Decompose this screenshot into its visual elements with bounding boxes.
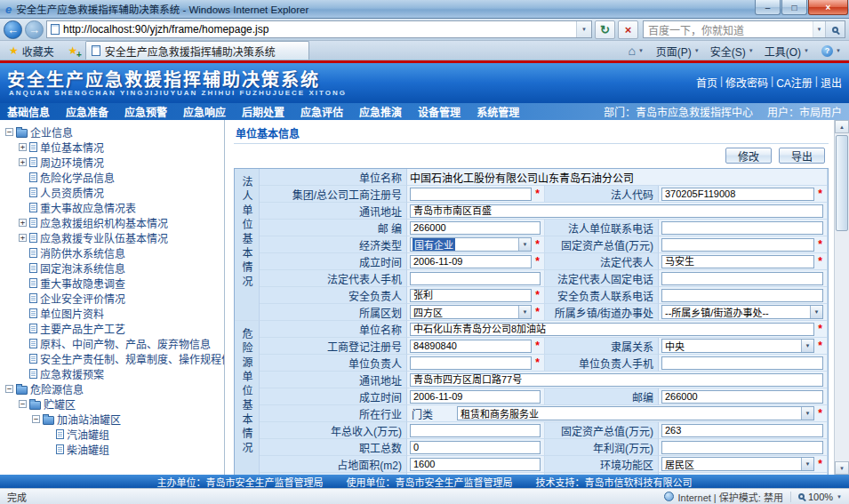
form-input[interactable] — [410, 272, 541, 285]
address-dropdown-button[interactable]: ▼ — [576, 21, 591, 37]
form-input[interactable]: 1600 — [410, 458, 541, 471]
browser-tab[interactable]: 安全生产应急救援指挥辅助决策系统 — [85, 41, 309, 60]
search-dropdown-button[interactable]: ▼ — [813, 21, 825, 37]
vertical-scrollbar[interactable]: ▲ ▼ — [834, 120, 849, 475]
form-input[interactable] — [661, 289, 823, 302]
refresh-button[interactable]: ↻ — [595, 20, 615, 39]
export-button[interactable]: 导出 — [779, 148, 825, 164]
tree-expander[interactable]: + — [19, 234, 27, 242]
form-input[interactable]: 0 — [410, 441, 541, 454]
tree-item[interactable]: 人员资质情况 — [2, 185, 224, 200]
tree-item[interactable]: 柴油罐组 — [2, 442, 224, 457]
form-input[interactable]: 2006-11-09 — [410, 255, 532, 268]
header-link[interactable]: 修改密码 — [725, 75, 768, 90]
search-input[interactable]: 百度一下，你就知道 — [644, 22, 813, 37]
tree-item[interactable]: −贮罐区 — [2, 396, 224, 412]
tree-item[interactable]: 企业安全评价情况 — [2, 291, 224, 306]
tree-item[interactable]: 汽油罐组 — [2, 427, 224, 442]
tree-item[interactable]: 固定泡沫系统信息 — [2, 260, 224, 276]
tree-item[interactable]: 重大事故应急情况表 — [2, 200, 224, 215]
tree-item[interactable]: 消防供水系统信息 — [2, 245, 224, 260]
tree-item[interactable]: −企业信息 — [2, 124, 224, 140]
search-button[interactable] — [825, 21, 845, 37]
close-button[interactable]: × — [808, 0, 848, 15]
form-select[interactable]: 中央▼ — [661, 339, 814, 353]
scroll-down-button[interactable]: ▼ — [835, 461, 849, 475]
nav-item[interactable]: 系统管理 — [477, 104, 519, 119]
tree-item[interactable]: −加油站油罐区 — [2, 412, 224, 427]
form-input[interactable]: 张利 — [410, 289, 532, 302]
command-item[interactable]: 安全(S)▼ — [705, 42, 759, 60]
home-button[interactable]: ⌂ ▼ — [622, 42, 648, 60]
form-input[interactable] — [410, 356, 532, 370]
nav-item[interactable]: 基础信息 — [7, 104, 50, 119]
tree-expander[interactable]: + — [19, 143, 27, 151]
stop-button[interactable]: × — [618, 20, 638, 39]
tree-expander[interactable]: + — [19, 158, 27, 166]
tree-item[interactable]: 单位图片资料 — [2, 306, 224, 321]
form-input[interactable] — [661, 272, 823, 285]
tree-expander[interactable]: − — [5, 385, 13, 393]
zoom-control[interactable]: 100% ▼ — [798, 492, 842, 502]
form-select[interactable]: --所属乡镇/街道办事处--▼ — [661, 305, 823, 319]
scrollbar-track[interactable] — [835, 133, 849, 461]
back-button[interactable]: ← — [4, 20, 22, 39]
tree-item[interactable]: 危险化学品信息 — [2, 170, 224, 185]
form-input[interactable] — [661, 356, 823, 370]
form-input[interactable]: 青岛市四方区周口路77号 — [410, 373, 823, 387]
tree-expander[interactable]: − — [19, 400, 27, 408]
form-input[interactable]: 266000 — [661, 390, 823, 404]
tree-item[interactable]: +应急救援专业队伍基本情况 — [2, 230, 224, 245]
tree-item[interactable]: −危险源信息 — [2, 381, 224, 396]
header-link[interactable]: CA注册 — [776, 75, 813, 90]
search-box[interactable]: 百度一下，你就知道 ▼ — [643, 20, 845, 38]
tree-expander[interactable]: − — [32, 415, 40, 423]
form-input[interactable] — [410, 424, 541, 437]
nav-item[interactable]: 后期处置 — [242, 104, 284, 119]
tree-item[interactable]: 主要产品生产工艺 — [2, 321, 224, 336]
address-url-input[interactable]: http://localhost:90/yjzh/frame/homepage.… — [63, 23, 573, 36]
tree-item[interactable]: 应急救援预案 — [2, 366, 224, 381]
header-link[interactable]: 首页 — [696, 75, 717, 90]
nav-item[interactable]: 应急准备 — [66, 104, 108, 119]
minimize-button[interactable]: – — [755, 0, 781, 15]
form-select[interactable]: 国有企业▼ — [410, 237, 532, 252]
command-item[interactable]: 工具(O)▼ — [759, 42, 814, 60]
forward-button[interactable]: → — [25, 20, 44, 39]
tree-item[interactable]: +周边环境情况 — [2, 155, 224, 170]
form-select[interactable]: 租赁和商务服务业▼ — [457, 406, 814, 420]
add-favorite-button[interactable]: ★ + — [62, 42, 84, 60]
form-input[interactable]: 青岛市市南区百盛 — [410, 204, 823, 218]
form-input[interactable] — [661, 221, 823, 235]
form-input[interactable]: 马安生 — [661, 255, 814, 268]
address-bar[interactable]: http://localhost:90/yjzh/frame/homepage.… — [46, 20, 592, 38]
tree-item[interactable]: +应急救援组织机构基本情况 — [2, 215, 224, 230]
form-select[interactable]: 四方区▼ — [410, 305, 532, 319]
edit-button[interactable]: 修改 — [725, 148, 772, 164]
header-link[interactable]: 退出 — [821, 75, 842, 90]
tree-expander[interactable]: − — [5, 128, 13, 136]
tree-item[interactable]: +单位基本情况 — [2, 140, 224, 155]
form-input[interactable]: 370205F119008 — [661, 188, 814, 201]
form-input[interactable]: 2006-11-09 — [410, 390, 541, 404]
tree-item[interactable]: 重大事故隐患调查 — [2, 276, 224, 291]
favorites-button[interactable]: ★ 收藏夹 — [3, 42, 60, 60]
form-input[interactable] — [661, 441, 823, 454]
nav-item[interactable]: 应急预警 — [124, 104, 167, 119]
form-input[interactable] — [410, 188, 532, 201]
tree-expander[interactable]: + — [19, 219, 27, 227]
scroll-up-button[interactable]: ▲ — [835, 120, 849, 133]
help-button[interactable]: ? ▼ — [816, 42, 846, 60]
form-input[interactable]: 中石化山东青岛分公司8加油站 — [410, 323, 814, 336]
tree-item[interactable]: 安全生产责任制、规章制度、操作规程信息 — [2, 351, 224, 366]
command-item[interactable]: 页面(P)▼ — [651, 42, 705, 60]
tree-item[interactable]: 原料、中间产物、产品、废弃物信息 — [2, 336, 224, 351]
form-select[interactable]: 居民区▼ — [661, 457, 814, 471]
maximize-button[interactable]: □ — [781, 0, 807, 15]
nav-item[interactable]: 应急评估 — [300, 104, 343, 119]
nav-item[interactable]: 设备管理 — [418, 104, 461, 119]
form-input[interactable]: 263 — [661, 424, 823, 437]
scrollbar-thumb[interactable] — [836, 135, 848, 231]
form-input[interactable] — [661, 238, 814, 252]
form-input[interactable]: 84890840 — [410, 340, 532, 353]
